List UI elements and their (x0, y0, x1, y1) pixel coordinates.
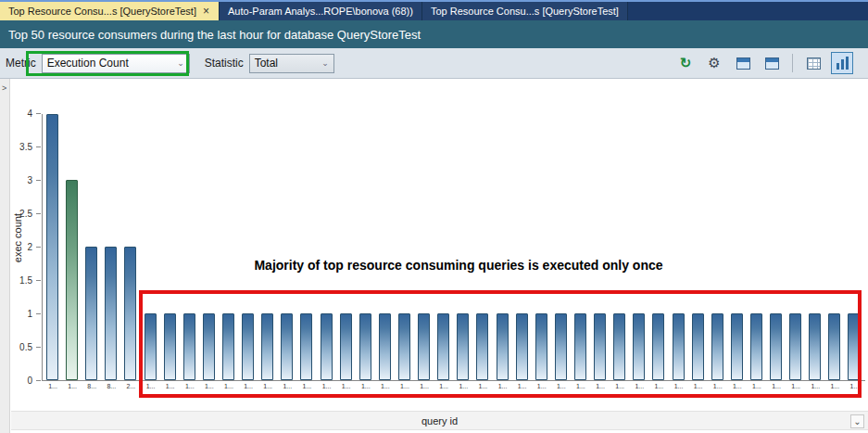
y-tick-mark (36, 180, 41, 181)
expand-chevron-icon[interactable]: > (2, 84, 6, 93)
y-tick-label: 2 (27, 242, 32, 252)
tab-label: Top Resource Consu...s [QueryStoreTest] (8, 6, 196, 17)
window-view-button[interactable] (761, 52, 783, 74)
bar[interactable] (124, 247, 136, 380)
chart-view-icon (837, 57, 849, 70)
tab-label: Top Resource Consu...s [QueryStoreTest] (431, 6, 619, 17)
metric-dropdown-value: Execution Count (47, 57, 129, 70)
chevron-down-icon: ⌄ (177, 58, 184, 68)
bar-selected[interactable] (66, 180, 78, 380)
metric-dropdown[interactable]: Execution Count ⌄ (42, 54, 190, 73)
y-tick-label: 3 (27, 175, 32, 185)
axis-dropdown-chevron-icon[interactable]: ⌄ (850, 414, 864, 428)
chart-view-button[interactable] (831, 52, 853, 74)
y-tick-label: 1.5 (19, 275, 32, 286)
tab-top-resource-consumers-2[interactable]: Top Resource Consu...s [QueryStoreTest] (422, 2, 628, 20)
window-view-icon (765, 57, 779, 70)
x-axis-title-band: query id ⌄ (11, 411, 868, 430)
statistic-dropdown[interactable]: Total ⌄ (249, 54, 334, 73)
query-bar[interactable]: 8... (105, 114, 118, 380)
annotation-rectangle (139, 290, 862, 398)
statistic-dropdown-value: Total (255, 57, 278, 70)
query-bar[interactable]: 8... (85, 114, 98, 380)
query-store-window: Top Resource Consu...s [QueryStoreTest] … (0, 0, 868, 433)
x-tick-label: 1... (48, 383, 57, 389)
annotation-text: Majority of top resource consuming queri… (172, 258, 745, 273)
statistic-label: Statistic (205, 57, 244, 70)
bar[interactable] (85, 247, 97, 380)
y-tick-label: 0 (27, 376, 32, 386)
y-tick-mark (36, 347, 41, 348)
settings-button[interactable]: ⚙ (703, 52, 725, 74)
tab-label: Auto-Param Analys...ROPE\bonova (68)) (228, 6, 413, 17)
toolbar-separator (792, 54, 793, 72)
y-tick-label: 1 (27, 309, 32, 319)
y-tick-mark (36, 280, 41, 281)
close-icon[interactable]: × (202, 6, 210, 17)
query-bar[interactable]: 2... (124, 114, 137, 380)
grid-view-button[interactable] (802, 52, 824, 74)
view-plan-window-icon (736, 57, 750, 70)
x-axis-title: query id (421, 415, 458, 427)
y-tick-label: 3.5 (19, 142, 32, 152)
plot-area: 1...1...8...8...2...1...1...1...1...1...… (42, 114, 865, 381)
grid-view-icon (807, 57, 821, 70)
x-tick-label: 1... (68, 383, 77, 389)
settings-gear-icon: ⚙ (708, 55, 720, 71)
report-toolbar: Metric Execution Count ⌄ Statistic Total… (0, 48, 868, 79)
y-tick-mark (36, 213, 41, 214)
y-tick-label: 2.5 (19, 209, 32, 219)
report-title-bar: Top 50 resource consumers during the las… (0, 20, 868, 48)
y-tick-mark (36, 313, 41, 314)
x-tick-label: 8... (87, 383, 96, 389)
toolbar-button-group: ↻ ⚙ (674, 52, 862, 74)
y-axis: 00.511.522.533.54 (0, 114, 41, 381)
document-tab-strip: Top Resource Consu...s [QueryStoreTest] … (0, 0, 868, 20)
y-tick-mark (36, 113, 41, 114)
y-tick-mark (36, 380, 41, 381)
tab-top-resource-consumers-1[interactable]: Top Resource Consu...s [QueryStoreTest] … (0, 2, 220, 20)
view-plan-button[interactable] (732, 52, 754, 74)
query-bar[interactable]: 1... (66, 114, 79, 380)
tab-auto-param-analysis[interactable]: Auto-Param Analys...ROPE\bonova (68)) (220, 2, 422, 20)
chart-panel: > exec count 00.511.522.533.54 1...1...8… (0, 79, 868, 433)
metric-label: Metric (6, 57, 36, 70)
bar[interactable] (105, 247, 117, 380)
chevron-down-icon: ⌄ (321, 58, 329, 68)
bar[interactable] (46, 114, 58, 380)
y-tick-label: 4 (27, 108, 32, 119)
refresh-icon: ↻ (680, 55, 692, 71)
x-tick-label: 8... (107, 383, 116, 389)
page-title: Top 50 resource consumers during the las… (8, 28, 421, 42)
x-tick-label: 2... (127, 383, 136, 389)
refresh-button[interactable]: ↻ (674, 52, 697, 74)
y-tick-mark (36, 146, 41, 147)
query-bar[interactable]: 1... (46, 114, 59, 380)
y-tick-mark (36, 247, 41, 248)
y-tick-label: 0.5 (19, 342, 32, 352)
